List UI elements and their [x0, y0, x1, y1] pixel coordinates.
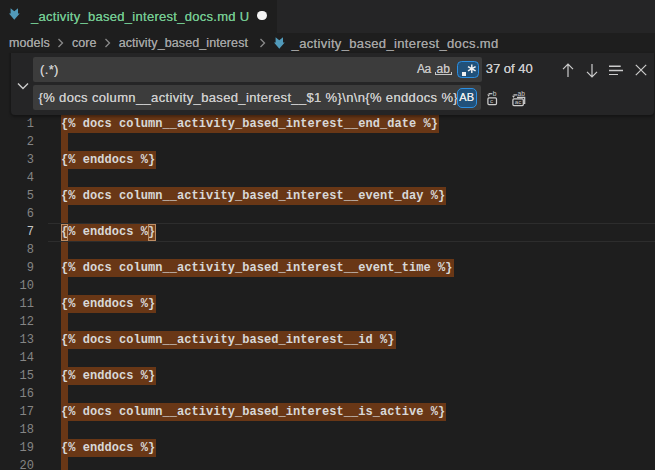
svg-text:ac: ac: [515, 98, 522, 105]
svg-text:ab: ab: [518, 90, 526, 97]
svg-text:b: b: [493, 90, 497, 97]
svg-text:c: c: [490, 97, 493, 104]
